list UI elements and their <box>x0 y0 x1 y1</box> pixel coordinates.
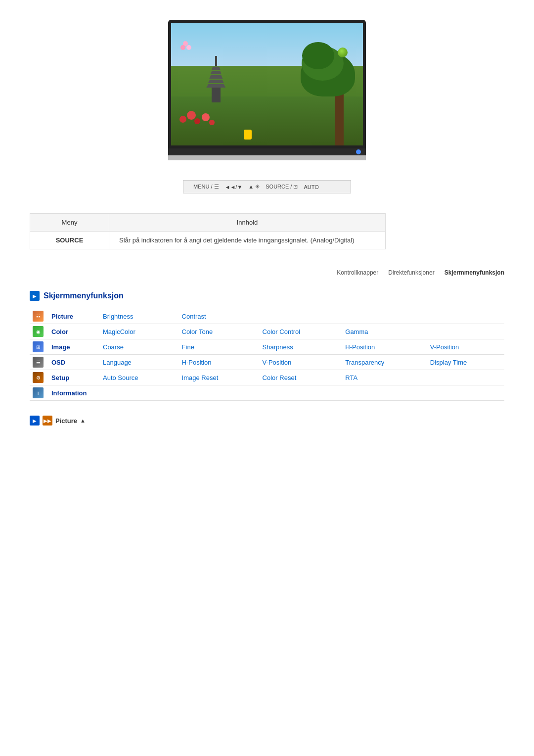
picture-name[interactable]: Picture <box>46 309 96 324</box>
magiccolor-item[interactable]: MagicColor <box>96 324 175 339</box>
autosource-item[interactable]: Auto Source <box>96 370 175 385</box>
nav-arrow-up[interactable]: ▲ <box>80 418 86 424</box>
info-sub2 <box>175 385 256 401</box>
picture-icon-cell: ☷ <box>30 309 46 324</box>
info-sub3 <box>256 385 339 401</box>
prev-nav-button[interactable]: ▶ <box>30 416 40 425</box>
monitor <box>168 20 366 160</box>
table-row: ⚙ Setup Auto Source Image Reset Color Re… <box>30 370 504 385</box>
auto-control: AUTO <box>304 184 318 190</box>
information-name[interactable]: Information <box>46 385 96 401</box>
fine-item[interactable]: Fine <box>175 339 256 355</box>
imagereset-item[interactable]: Image Reset <box>175 370 256 385</box>
colortone-item[interactable]: Color Tone <box>175 324 256 339</box>
sharpness-item[interactable]: Sharpness <box>256 339 339 355</box>
setup-icon: ⚙ <box>33 372 44 383</box>
colorreset-item[interactable]: Color Reset <box>256 370 339 385</box>
setup-icon-cell: ⚙ <box>30 370 46 385</box>
control-bar: MENU / ☰ ◄◄/▼ ▲ ✳ SOURCE / ⊡ AUTO <box>183 180 351 193</box>
section-header: ▶ Skjermmenyfunksjon <box>30 291 504 301</box>
osd-name[interactable]: OSD <box>46 355 96 370</box>
color-icon-cell: ◉ <box>30 324 46 339</box>
next-nav-button[interactable]: ▶▶ <box>43 416 52 425</box>
menu-content-source: Slår på indikatoren for å angi det gjeld… <box>109 232 386 249</box>
monitor-screen <box>168 20 366 148</box>
monitor-section <box>30 20 504 160</box>
info-sub4 <box>338 385 423 401</box>
table-row: i Information <box>30 385 504 401</box>
menu-item-source: SOURCE <box>30 232 109 249</box>
vposition-item[interactable]: V-Position <box>423 339 504 355</box>
table-header-menu: Meny <box>30 214 109 232</box>
brightness-item[interactable]: Brightness <box>96 309 175 324</box>
source-control: SOURCE / ⊡ <box>266 184 298 190</box>
gamma-item[interactable]: Gamma <box>338 324 423 339</box>
menu-control: MENU / ☰ <box>193 184 219 190</box>
language-item[interactable]: Language <box>96 355 175 370</box>
osd-vposition-item[interactable]: V-Position <box>256 355 339 370</box>
osd-icon: ☰ <box>33 357 44 368</box>
color-sub5 <box>423 324 504 339</box>
osd-hposition-item[interactable]: H-Position <box>175 355 256 370</box>
image-name[interactable]: Image <box>46 339 96 355</box>
monitor-bezel-bottom <box>168 148 366 155</box>
info-icon: i <box>33 387 44 398</box>
tab-skjermmenyfunksjon[interactable]: Skjermmenyfunksjon <box>445 269 504 276</box>
tab-navigation[interactable]: Kontrollknapper Direktefunksjoner Skjerm… <box>30 269 504 276</box>
table-row: ◉ Color MagicColor Color Tone Color Cont… <box>30 324 504 339</box>
displaytime-item[interactable]: Display Time <box>423 355 504 370</box>
table-row: ⊞ Image Coarse Fine Sharpness H-Position… <box>30 339 504 355</box>
control-bar-container: MENU / ☰ ◄◄/▼ ▲ ✳ SOURCE / ⊡ AUTO <box>30 180 504 193</box>
image-icon-cell: ⊞ <box>30 339 46 355</box>
table-row: SOURCE Slår på indikatoren for å angi de… <box>30 232 386 249</box>
transparency-item[interactable]: Transparency <box>338 355 423 370</box>
nav-row: ▶ ▶▶ Picture ▲ <box>30 416 504 425</box>
picture-sub5 <box>423 309 504 324</box>
info-icon-cell: i <box>30 385 46 401</box>
picture-icon: ☷ <box>33 311 44 322</box>
monitor-stand <box>168 155 366 160</box>
contrast-item[interactable]: Contrast <box>175 309 256 324</box>
nav-item-label: Picture <box>55 417 77 425</box>
image-icon: ⊞ <box>33 341 44 352</box>
tab-direktefunksjoner[interactable]: Direktefunksjoner <box>388 269 434 276</box>
color-icon: ◉ <box>33 326 44 337</box>
screen-content <box>171 23 363 145</box>
hposition-item[interactable]: H-Position <box>338 339 423 355</box>
rta-item[interactable]: RTA <box>338 370 423 385</box>
green-ball <box>338 47 348 57</box>
picture-sub4 <box>338 309 423 324</box>
power-indicator <box>356 149 361 154</box>
picture-sub3 <box>256 309 339 324</box>
table-header-content: Innhold <box>109 214 386 232</box>
color-name[interactable]: Color <box>46 324 96 339</box>
coarse-item[interactable]: Coarse <box>96 339 175 355</box>
menu-table: Meny Innhold SOURCE Slår på indikatoren … <box>30 213 386 249</box>
menu-grid: ☷ Picture Brightness Contrast ◉ Color Ma… <box>30 309 504 401</box>
section-icon: ▶ <box>30 291 40 301</box>
info-sub5 <box>423 385 504 401</box>
info-sub1 <box>96 385 175 401</box>
table-row: ☷ Picture Brightness Contrast <box>30 309 504 324</box>
setup-name[interactable]: Setup <box>46 370 96 385</box>
brightness-control: ▲ ✳ <box>248 184 260 190</box>
tab-kontrollknapper[interactable]: Kontrollknapper <box>337 269 378 276</box>
table-row: ☰ OSD Language H-Position V-Position Tra… <box>30 355 504 370</box>
osd-icon-cell: ☰ <box>30 355 46 370</box>
setup-sub5 <box>423 370 504 385</box>
nav-control: ◄◄/▼ <box>225 184 243 190</box>
colorcontrol-item[interactable]: Color Control <box>256 324 339 339</box>
section-title: Skjermmenyfunksjon <box>44 291 124 300</box>
